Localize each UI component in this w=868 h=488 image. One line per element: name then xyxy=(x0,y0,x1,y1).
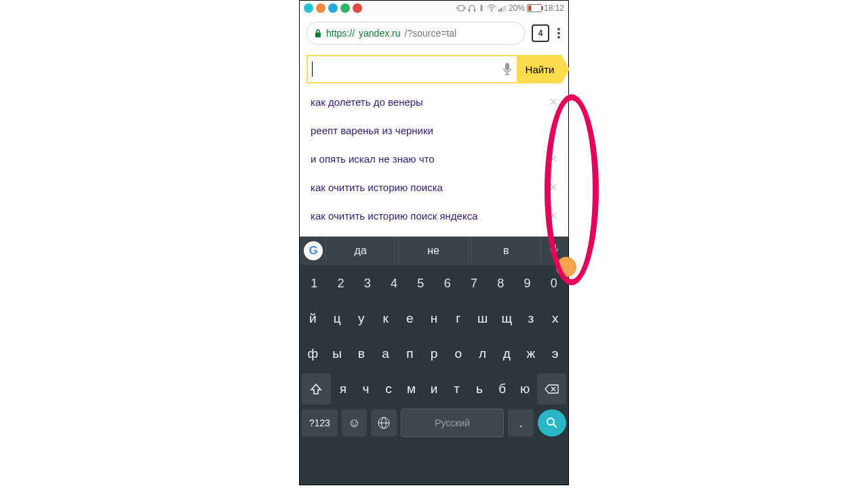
key-л[interactable]: л xyxy=(471,338,494,369)
more-menu-button[interactable] xyxy=(556,28,561,39)
key-7[interactable]: 7 xyxy=(462,268,486,299)
lock-icon xyxy=(314,28,322,38)
key-ц[interactable]: ц xyxy=(326,303,349,334)
key-п[interactable]: п xyxy=(399,338,421,369)
battery-pct: 20% xyxy=(509,3,525,13)
key-ш[interactable]: ш xyxy=(471,303,494,334)
space-key[interactable]: Русский xyxy=(401,409,504,437)
key-х[interactable]: х xyxy=(544,303,566,334)
key-р[interactable]: р xyxy=(423,338,446,369)
key-1[interactable]: 1 xyxy=(302,268,326,299)
prediction-word[interactable]: в xyxy=(471,237,541,265)
keyboard-row-numbers: 1234567890 xyxy=(302,268,566,299)
key-2[interactable]: 2 xyxy=(328,268,353,299)
svg-rect-7 xyxy=(500,8,502,12)
delete-suggestion-icon[interactable]: × xyxy=(548,209,559,222)
phone-frame: 20% 18:12 https://yandex.ru/?source=tal … xyxy=(299,0,569,485)
key-б[interactable]: б xyxy=(492,373,513,405)
key-4[interactable]: 4 xyxy=(382,268,406,299)
shift-key[interactable] xyxy=(302,373,331,405)
key-д[interactable]: д xyxy=(496,338,518,369)
status-dot-4 xyxy=(340,3,350,13)
svg-rect-10 xyxy=(315,33,321,37)
keyboard-row-1: йцукенгшщзх xyxy=(302,303,566,334)
delete-suggestion-icon[interactable]: × xyxy=(548,180,559,194)
key-н[interactable]: н xyxy=(423,303,446,334)
suggestion-row[interactable]: как очитить историю поиск яндекса× xyxy=(300,201,568,230)
emoji-key[interactable]: ☺ xyxy=(342,409,368,436)
key-о[interactable]: о xyxy=(447,338,469,369)
url-protocol: https:// xyxy=(326,28,355,39)
suggestion-row[interactable]: как очитить историю поиска× xyxy=(300,173,568,201)
browser-bar: https://yandex.ru/?source=tal 4 xyxy=(300,16,568,51)
svg-line-22 xyxy=(553,424,557,428)
svg-rect-14 xyxy=(552,244,556,251)
key-3[interactable]: 3 xyxy=(355,268,380,299)
suggestion-row[interactable]: реепт варенья из черники× xyxy=(300,116,568,144)
suggestion-text: как долететь до венеры xyxy=(311,96,548,108)
key-ф[interactable]: ф xyxy=(302,338,324,369)
key-э[interactable]: э xyxy=(544,338,566,369)
key-ы[interactable]: ы xyxy=(326,338,349,369)
key-я[interactable]: я xyxy=(333,373,354,405)
search-input[interactable] xyxy=(307,55,518,83)
key-8[interactable]: 8 xyxy=(488,268,513,299)
key-в[interactable]: в xyxy=(350,338,372,369)
prediction-word[interactable]: не xyxy=(398,237,468,265)
svg-rect-9 xyxy=(505,5,506,12)
keyboard: 1234567890 йцукенгшщзх фывапролджэ ячсми… xyxy=(300,265,568,485)
key-ь[interactable]: ь xyxy=(469,373,490,405)
text-cursor xyxy=(312,62,313,77)
key-г[interactable]: г xyxy=(447,303,469,334)
status-dot-5 xyxy=(353,3,362,13)
key-с[interactable]: с xyxy=(378,373,399,405)
backspace-key[interactable] xyxy=(537,373,566,405)
status-dot-3 xyxy=(328,3,338,13)
keyboard-mic-icon[interactable] xyxy=(544,243,564,258)
suggestion-row[interactable]: как долететь до венеры× xyxy=(300,87,568,116)
url-path: /?source=tal xyxy=(405,28,457,39)
suggestion-text: как очитить историю поиска xyxy=(311,182,548,193)
svg-rect-6 xyxy=(498,9,500,12)
key-м[interactable]: м xyxy=(401,373,422,405)
svg-point-5 xyxy=(491,10,492,12)
key-9[interactable]: 9 xyxy=(515,268,539,299)
search-button[interactable]: Найти xyxy=(518,55,561,83)
key-щ[interactable]: щ xyxy=(496,303,518,334)
key-и[interactable]: и xyxy=(424,373,445,405)
url-box[interactable]: https://yandex.ru/?source=tal xyxy=(307,22,525,45)
yandex-search: Найти xyxy=(307,55,561,83)
key-5[interactable]: 5 xyxy=(408,268,433,299)
key-у[interactable]: у xyxy=(350,303,372,334)
status-bar: 20% 18:12 xyxy=(300,1,568,16)
vibrate-icon xyxy=(456,5,466,12)
prediction-word[interactable]: да xyxy=(326,237,395,265)
side-handle[interactable] xyxy=(556,257,576,277)
battery-icon xyxy=(527,4,542,12)
delete-suggestion-icon[interactable]: × xyxy=(548,123,559,137)
key-з[interactable]: з xyxy=(520,303,542,334)
delete-suggestion-icon[interactable]: × xyxy=(548,95,559,108)
period-key[interactable]: . xyxy=(508,409,534,436)
key-6[interactable]: 6 xyxy=(435,268,459,299)
suggestion-text: реепт варенья из черники xyxy=(311,125,548,136)
google-icon[interactable]: G xyxy=(304,241,323,260)
tab-count-button[interactable]: 4 xyxy=(532,24,549,42)
status-app-icons xyxy=(304,3,362,13)
key-ж[interactable]: ж xyxy=(520,338,542,369)
key-к[interactable]: к xyxy=(374,303,397,334)
delete-suggestion-icon[interactable]: × xyxy=(548,152,559,165)
symbols-key[interactable]: ?123 xyxy=(302,409,338,436)
suggestion-row[interactable]: и опять искал не знаю что× xyxy=(300,144,568,173)
key-ю[interactable]: ю xyxy=(515,373,536,405)
key-т[interactable]: т xyxy=(446,373,467,405)
search-go-key[interactable] xyxy=(538,409,566,436)
status-dot-1 xyxy=(304,3,313,13)
status-dot-2 xyxy=(316,3,326,13)
language-key[interactable] xyxy=(371,409,397,436)
key-й[interactable]: й xyxy=(302,303,324,334)
key-а[interactable]: а xyxy=(374,338,397,369)
key-е[interactable]: е xyxy=(399,303,421,334)
key-ч[interactable]: ч xyxy=(355,373,376,405)
mic-icon[interactable] xyxy=(502,62,513,76)
